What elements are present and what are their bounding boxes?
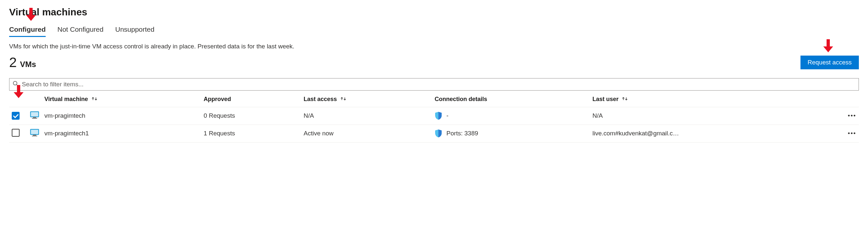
vm-connection: -: [446, 112, 448, 119]
page-title: Virtual machines: [9, 6, 859, 18]
vm-connection: Ports: 3389: [446, 130, 478, 137]
vm-name: vm-pragimtech: [42, 107, 201, 125]
tab-description: VMs for which the just-in-time VM access…: [9, 43, 859, 50]
vm-icon: [30, 129, 39, 137]
svg-rect-10: [31, 130, 38, 134]
vm-icon: [30, 111, 39, 119]
vm-name: vm-pragimtech1: [42, 125, 201, 142]
sort-icon: [622, 96, 628, 103]
vm-count-number: 2: [9, 55, 17, 70]
request-access-button[interactable]: Request access: [801, 56, 859, 69]
column-header-approved-label: Approved: [204, 96, 231, 102]
tab-configured[interactable]: Configured: [9, 24, 46, 37]
column-header-connection[interactable]: Connection details: [432, 91, 590, 107]
column-header-vm[interactable]: Virtual machine: [42, 91, 201, 107]
vm-count: 2 VMs: [9, 55, 36, 70]
row-checkbox[interactable]: [12, 112, 20, 120]
vm-approved: 1 Requests: [201, 125, 301, 142]
shield-icon: [435, 129, 442, 138]
search-box[interactable]: [9, 78, 859, 90]
tab-not-configured[interactable]: Not Configured: [57, 24, 103, 37]
shield-icon: [435, 111, 442, 120]
svg-rect-6: [31, 112, 38, 116]
table-row[interactable]: vm-pragimtech1 1 Requests Active now Por…: [9, 125, 859, 142]
vm-approved: 0 Requests: [201, 107, 301, 125]
svg-line-3: [17, 85, 18, 86]
vm-last-user: N/A: [590, 107, 841, 125]
table-row[interactable]: vm-pragimtech 0 Requests N/A - N/A •••: [9, 107, 859, 125]
vm-table: Virtual machine Approved Last access Con…: [9, 91, 859, 142]
column-header-last-user[interactable]: Last user: [590, 91, 841, 107]
sort-icon: [92, 96, 97, 103]
svg-rect-7: [33, 117, 36, 118]
column-header-vm-label: Virtual machine: [44, 96, 88, 102]
column-header-last-user-label: Last user: [592, 96, 618, 102]
search-icon: [13, 81, 19, 88]
row-more-button[interactable]: •••: [841, 125, 859, 142]
vm-last-access: Active now: [301, 125, 432, 142]
column-header-connection-label: Connection details: [435, 96, 487, 102]
column-header-approved[interactable]: Approved: [201, 91, 301, 107]
svg-rect-8: [32, 118, 37, 119]
vm-last-user: live.com#kudvenkat@gmail.c…: [590, 125, 841, 142]
vm-count-label: VMs: [20, 60, 36, 69]
svg-rect-12: [32, 136, 37, 136]
column-header-last-access[interactable]: Last access: [301, 91, 432, 107]
column-header-select: [9, 91, 27, 107]
sort-icon: [341, 96, 346, 103]
vm-last-access: N/A: [301, 107, 432, 125]
row-more-button[interactable]: •••: [841, 107, 859, 125]
search-input[interactable]: [21, 80, 855, 88]
svg-point-2: [13, 81, 17, 85]
row-checkbox[interactable]: [12, 129, 20, 137]
tab-unsupported[interactable]: Unsupported: [115, 24, 154, 37]
column-header-last-access-label: Last access: [304, 96, 337, 102]
tabs: Configured Not Configured Unsupported: [9, 24, 859, 37]
svg-rect-11: [33, 135, 36, 136]
